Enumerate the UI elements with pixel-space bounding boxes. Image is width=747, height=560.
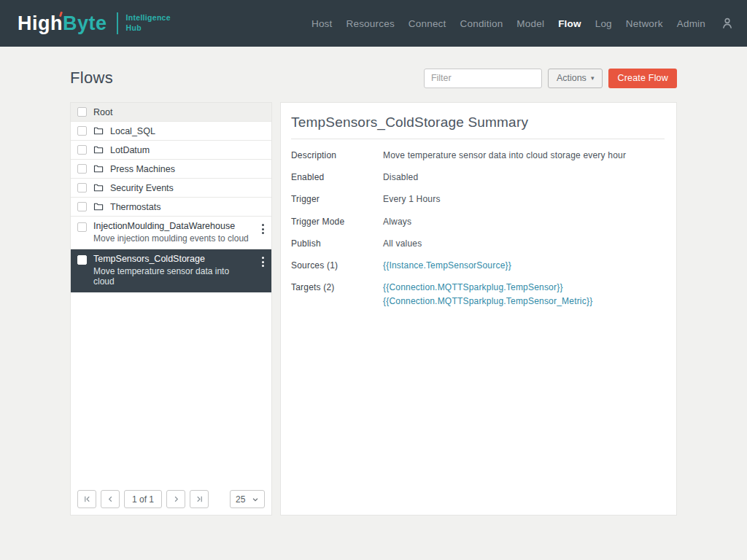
field-label: Trigger Mode [291,216,383,228]
summary-fields: Description Move temperature sensor data… [291,149,665,308]
tree-row-folder[interactable]: Thermostats [71,198,271,217]
flow-texts: InjectionMoulding_DataWarehouse Move inj… [93,221,252,244]
flow-row[interactable]: TempSensors_ColdStorage Move temperature… [71,249,271,292]
top-nav: HighByte Intelligence Hub HostResourcesC… [0,0,747,47]
brand-divider [117,12,118,34]
flow-texts: TempSensors_ColdStorage Move temperature… [93,254,252,287]
field-value: All values [383,238,422,249]
nav-item-condition[interactable]: Condition [460,18,503,29]
page-indicator: 1 of 1 [124,490,162,508]
summary-divider [291,139,665,139]
nav-item-network[interactable]: Network [626,18,663,29]
user-icon [721,17,734,30]
nav-item-resources[interactable]: Resources [347,18,395,29]
page-header: Flows Actions ▾ Create Flow [70,64,677,92]
tree-row-folder[interactable]: Security Events [71,179,271,198]
folder-checkbox[interactable] [77,164,87,174]
page-size-value: 25 [236,494,245,505]
field-label: Enabled [291,171,383,183]
folder-label: Local_SQL [110,126,155,136]
flow-row[interactable]: InjectionMoulding_DataWarehouse Move inj… [71,217,271,249]
chevron-down-icon [252,496,259,503]
summary-field-row: Trigger Mode Always [291,216,665,228]
flow-name: TempSensors_ColdStorage [93,254,252,264]
folder-label: Security Events [110,183,174,193]
root-checkbox[interactable] [77,107,87,117]
summary-field-row: Targets (2) {{Connection.MQTTSparkplug.T… [291,281,665,307]
flow-rows: InjectionMoulding_DataWarehouse Move inj… [71,217,271,292]
tree-row-folder[interactable]: Press Machines [71,160,271,179]
first-page-icon [83,495,91,503]
nav-item-log[interactable]: Log [595,18,612,29]
chevron-right-icon [172,495,180,503]
flow-description: Move temperature sensor data into cloud [93,266,252,287]
flow-summary-panel: TempSensors_ColdStorage Summary Descript… [280,102,677,516]
field-label: Targets (2) [291,281,383,293]
folder-checkbox[interactable] [77,126,87,136]
folder-rows: Local_SQL LotDatum Press Machines Securi… [71,122,271,217]
nav-item-host[interactable]: Host [311,18,333,29]
chevron-down-icon: ▾ [591,74,595,82]
first-page-button[interactable] [77,490,96,508]
nav-item-admin[interactable]: Admin [677,18,705,29]
summary-field-row: Publish All values [291,238,665,249]
tree-row-root[interactable]: Root [71,103,271,122]
field-value: {{Instance.TempSensorSource}} [383,260,511,271]
summary-field-row: Description Move temperature sensor data… [291,149,665,161]
flow-description: Move injection moulding events to cloud [93,233,252,244]
pagination-bar: 1 of 1 25 [71,484,271,515]
header-controls: Actions ▾ Create Flow [424,69,677,88]
folder-checkbox[interactable] [77,183,87,192]
reference-link[interactable]: {{Instance.TempSensorSource}} [383,260,511,271]
highbyte-logo: HighByte [18,12,107,35]
tagline-line2: Hub [126,23,171,34]
main-area: Root Local_SQL LotDatum Press Machines [70,102,677,516]
kebab-menu-icon[interactable] [259,222,267,236]
field-value: Disabled [383,171,418,183]
flow-tree-panel: Root Local_SQL LotDatum Press Machines [70,102,272,516]
brand-tagline: Intelligence Hub [126,13,171,33]
kebab-menu-icon[interactable] [259,254,267,269]
nav-item-connect[interactable]: Connect [409,18,446,29]
folder-checkbox[interactable] [77,145,87,155]
field-value: {{Connection.MQTTSparkplug.TempSensor}}{… [383,281,592,307]
folder-label: Thermostats [110,202,160,212]
folder-icon [93,126,104,136]
reference-link[interactable]: {{Connection.MQTTSparkplug.TempSensor_Me… [383,295,592,307]
field-label: Publish [291,238,383,249]
brand-logo: HighByte Intelligence Hub [18,12,171,35]
folder-icon [93,145,104,155]
tree-row-folder[interactable]: LotDatum [71,141,271,160]
prev-page-button[interactable] [101,490,120,508]
tree-row-folder[interactable]: Local_SQL [71,122,271,141]
next-page-button[interactable] [166,490,185,508]
logo-high: High [18,12,63,34]
create-flow-button[interactable]: Create Flow [608,69,677,88]
tagline-line1: Intelligence [126,13,171,23]
folder-label: LotDatum [110,145,150,155]
filter-input[interactable] [424,69,542,88]
actions-dropdown-button[interactable]: Actions ▾ [548,69,603,88]
folder-icon [93,183,104,192]
summary-field-row: Sources (1) {{Instance.TempSensorSource}… [291,260,665,271]
last-page-button[interactable] [190,490,209,508]
actions-label: Actions [557,73,587,83]
page-title: Flows [70,69,113,88]
page-size-select[interactable]: 25 [230,490,265,508]
field-label: Sources (1) [291,260,383,271]
nav-item-flow[interactable]: Flow [558,18,581,29]
nav-menu: HostResourcesConnectConditionModelFlowLo… [311,17,734,30]
nav-item-model[interactable]: Model [516,18,544,29]
reference-link[interactable]: {{Connection.MQTTSparkplug.TempSensor}} [383,281,592,293]
user-menu-button[interactable] [721,17,734,30]
folder-icon [93,202,104,211]
root-label: Root [93,107,112,117]
flow-checkbox[interactable] [77,222,87,232]
chevron-left-icon [107,495,115,503]
flow-tree: Root Local_SQL LotDatum Press Machines [71,103,271,484]
summary-title: TempSensors_ColdStorage Summary [291,109,665,139]
folder-icon [93,164,104,174]
flow-name: InjectionMoulding_DataWarehouse [93,221,252,231]
folder-checkbox[interactable] [77,202,87,211]
flow-checkbox[interactable] [77,255,87,265]
